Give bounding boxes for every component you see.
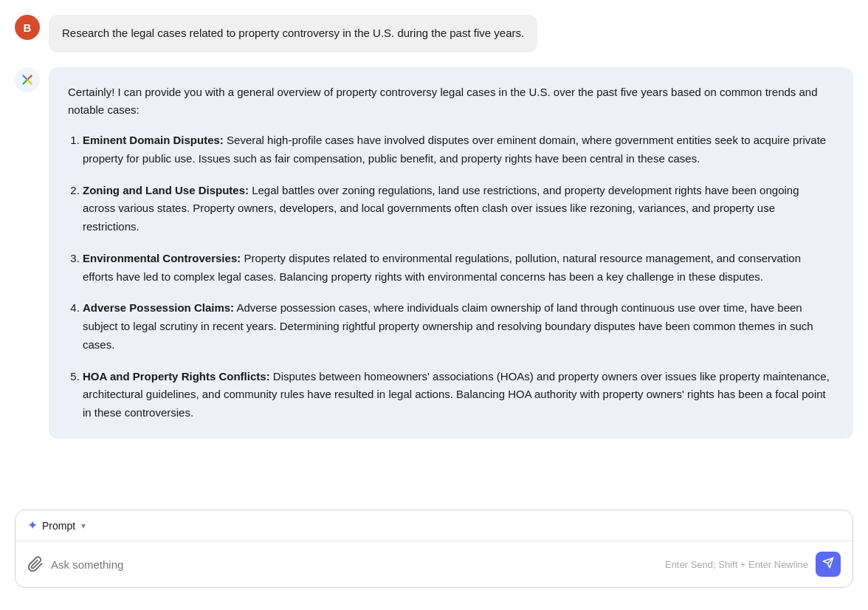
ai-message-row: Certainly! I can provide you with a gene…	[15, 67, 853, 439]
list-item-title: Environmental Controversies:	[83, 252, 241, 264]
list-item-title: HOA and Property Rights Conflicts:	[83, 370, 270, 383]
user-avatar: B	[15, 15, 40, 40]
chevron-down-icon[interactable]: ▾	[81, 521, 86, 531]
list-item-title: Zoning and Land Use Disputes:	[83, 184, 249, 196]
ai-intro: Certainly! I can provide you with a gene…	[68, 83, 834, 120]
prompt-container: ✦ Prompt ▾ Enter Send; Shift + Enter New…	[15, 510, 853, 588]
ai-bubble: Certainly! I can provide you with a gene…	[49, 67, 853, 439]
ai-logo-icon	[19, 72, 35, 88]
attach-icon[interactable]	[27, 556, 44, 572]
ai-avatar	[15, 67, 40, 92]
list-item: Eminent Domain Disputes: Several high-pr…	[83, 131, 834, 168]
chat-container: B Research the legal cases related to pr…	[0, 15, 868, 502]
send-button[interactable]	[816, 552, 841, 577]
list-item: HOA and Property Rights Conflicts: Dispu…	[83, 368, 834, 422]
user-bubble: Research the legal cases related to prop…	[49, 15, 537, 52]
prompt-input-row: Enter Send; Shift + Enter Newline	[16, 541, 852, 587]
user-message-row: B Research the legal cases related to pr…	[15, 15, 853, 52]
prompt-hint: Enter Send; Shift + Enter Newline	[665, 559, 808, 570]
ask-input[interactable]	[51, 558, 658, 571]
list-item: Zoning and Land Use Disputes: Legal batt…	[83, 182, 834, 236]
list-item-title: Eminent Domain Disputes:	[83, 134, 224, 146]
ai-list: Eminent Domain Disputes: Several high-pr…	[68, 131, 834, 422]
prompt-header: ✦ Prompt ▾	[16, 510, 852, 541]
list-item: Environmental Controversies: Property di…	[83, 250, 834, 287]
sparkle-icon: ✦	[27, 518, 38, 533]
list-item: Adverse Possession Claims: Adverse posse…	[83, 299, 834, 354]
send-icon	[822, 557, 834, 572]
list-item-title: Adverse Possession Claims:	[83, 301, 234, 314]
prompt-label: Prompt	[42, 520, 75, 532]
